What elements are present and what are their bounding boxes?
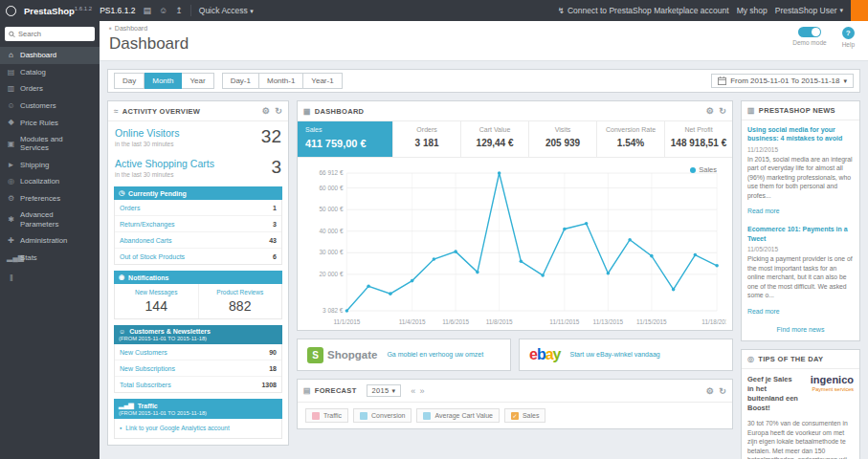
gear-icon[interactable]: ⚙ (706, 386, 714, 396)
ebay-link[interactable]: Start uw eBay-winkel vandaag (570, 350, 660, 359)
customers-row-new-subscriptions[interactable]: New Subscriptions18 (115, 361, 281, 377)
kpi-orders[interactable]: Orders3 181 (393, 121, 461, 157)
news-body: In 2015, social media are an integral pa… (747, 155, 854, 201)
user-icon[interactable]: ☺ (159, 6, 167, 15)
svg-text:11/11/2015: 11/11/2015 (549, 318, 579, 325)
forecast-legend-conversion[interactable]: Conversion (353, 408, 412, 423)
tips-icon: ◎ (747, 355, 754, 363)
online-visitors-row[interactable]: Online Visitors in the last 30 minutes 3… (108, 121, 288, 152)
svg-text:11/13/2015: 11/13/2015 (593, 318, 624, 325)
notifications-title: Notifications (128, 274, 168, 281)
forecast-year-select[interactable]: 2015▾ (367, 384, 402, 397)
kpi-sales[interactable]: Sales411 759,00 € (298, 121, 393, 157)
refresh-icon[interactable]: ↻ (275, 106, 282, 116)
new-messages-cell[interactable]: New Messages144 (115, 284, 198, 318)
sidebar-item-advanced-parameters[interactable]: ✱Advanced Parameters (0, 207, 100, 232)
active-carts-row[interactable]: Active Shopping Carts in the last 30 min… (108, 152, 288, 183)
news-title-link[interactable]: Using social media for your business: 4 … (747, 125, 854, 143)
avatar[interactable] (851, 0, 868, 21)
quick-access-menu[interactable]: Quick Access ▾ (199, 6, 254, 15)
upgrade-icon[interactable]: ↥ (175, 6, 183, 15)
sales-chart-area: Sales 66 912 €60 000 €50 000 €40 000 €30… (298, 158, 732, 330)
sidebar: ⌂Dashboard ▤Catalog ▥Orders ☺Customers ◆… (0, 21, 100, 459)
prestashop-logo[interactable]: PrestaShop1.6.1.2 (24, 6, 92, 16)
news-title-link[interactable]: Ecommerce 101: Payments in a Tweet (747, 225, 854, 243)
sidebar-item-catalog[interactable]: ▤Catalog (0, 64, 100, 81)
pending-row-abandoned-carts[interactable]: Abandoned Carts43 (115, 232, 281, 249)
marketplace-link[interactable]: ↯Connect to PrestaShop Marketplace accou… (558, 6, 729, 15)
pending-row-returns[interactable]: Return/Exchanges3 (115, 216, 281, 232)
sidebar-item-modules[interactable]: ▣Modules and Services (0, 131, 100, 157)
demo-mode-toggle[interactable] (798, 27, 821, 37)
kpi-net-profit[interactable]: Net Profit148 918,51 € (665, 121, 732, 157)
tips-panel-title: TIPS OF THE DAY (758, 355, 823, 363)
orders-icon: ▥ (7, 84, 15, 94)
search-icon (9, 31, 15, 38)
sidebar-item-dashboard[interactable]: ⌂Dashboard (0, 47, 100, 64)
svg-text:66 912 €: 66 912 € (320, 169, 344, 176)
shopgate-link[interactable]: Ga mobiel en verhoog uw omzet (387, 350, 483, 359)
product-reviews-cell[interactable]: Product Reviews882 (198, 284, 282, 318)
breadcrumb[interactable]: ▪Dashboard (109, 24, 858, 33)
user-menu[interactable]: PrestaShop User ▾ (775, 6, 843, 15)
day-minus-1-button[interactable]: Day-1 (222, 73, 259, 89)
kpi-row: Sales411 759,00 € Orders3 181 Cart Value… (298, 121, 732, 158)
sidebar-item-customers[interactable]: ☺Customers (0, 98, 100, 115)
online-visitors-value: 32 (261, 127, 281, 145)
chart-legend: Sales (690, 165, 717, 174)
pending-row-orders[interactable]: Orders1 (115, 200, 281, 216)
news-panel-title: PRESTASHOP NEWS (759, 106, 835, 115)
sidebar-item-preferences[interactable]: ⚙Preferences (0, 190, 100, 208)
sidebar-item-shipping[interactable]: ►Shipping (0, 157, 100, 174)
forecast-legend-average-cart-value[interactable]: Average Cart Value (416, 408, 499, 423)
month-minus-1-button[interactable]: Month-1 (259, 73, 303, 89)
prev-icon[interactable]: « (411, 386, 415, 396)
help-control: ? Help (842, 27, 855, 48)
sidebar-item-label: Shipping (20, 161, 49, 169)
year-minus-1-button[interactable]: Year-1 (303, 73, 342, 89)
legend-dot-icon (690, 167, 696, 173)
sidebar-item-stats[interactable]: ▂▄▆Stats (0, 250, 100, 267)
read-more-link[interactable]: Read more (747, 208, 780, 214)
range-button-group: Day Month Year (114, 73, 214, 89)
help-icon[interactable]: ? (842, 27, 855, 39)
filter-bar: Day Month Year Day-1 Month-1 Year-1 From… (107, 69, 860, 93)
kpi-visits[interactable]: Visits205 939 (529, 121, 597, 157)
kpi-conversion-rate[interactable]: Conversion Rate1.54% (597, 121, 665, 157)
sidebar-item-label: Orders (20, 84, 43, 93)
help-label: Help (842, 41, 855, 48)
date-range-picker[interactable]: From 2015-11-01 To 2015-11-18 ▾ (711, 74, 854, 88)
sidebar-item-label: Localization (20, 177, 59, 186)
cart-icon[interactable]: ▤ (144, 6, 152, 15)
search-input[interactable] (18, 30, 91, 38)
find-more-news-link[interactable]: Find more news (742, 320, 859, 340)
month-button[interactable]: Month (145, 73, 182, 89)
day-button[interactable]: Day (114, 73, 145, 89)
customers-row-new-customers[interactable]: New Customers90 (115, 344, 281, 361)
year-button[interactable]: Year (182, 73, 213, 89)
read-more-link[interactable]: Read more (747, 308, 780, 315)
sidebar-item-label: Stats (20, 253, 37, 262)
gear-icon[interactable]: ⚙ (706, 106, 714, 116)
google-analytics-link[interactable]: ▪ Link to your Google Analytics account (114, 419, 282, 439)
refresh-icon[interactable]: ↻ (719, 386, 726, 396)
next-icon[interactable]: » (420, 386, 425, 396)
collapse-sidebar-button[interactable]: ‖ (0, 266, 100, 291)
sidebar-item-localization[interactable]: ◎Localization (0, 173, 100, 190)
activity-icon: ≈ (114, 107, 119, 116)
sidebar-item-administration[interactable]: ✚Administration (0, 232, 100, 250)
forecast-legend-sales[interactable]: ✓Sales (504, 408, 546, 423)
conversion-checkbox (360, 412, 367, 420)
refresh-icon[interactable]: ↻ (719, 106, 726, 116)
news-item: Ecommerce 101: Payments in a Tweet 11/05… (742, 220, 859, 319)
forecast-legend-traffic[interactable]: Traffic (305, 408, 348, 423)
kpi-cart-value[interactable]: Cart Value129,44 € (461, 121, 529, 157)
pending-row-out-of-stock[interactable]: Out of Stock Products6 (115, 249, 281, 264)
my-shop-link[interactable]: My shop (737, 6, 768, 15)
sidebar-item-price-rules[interactable]: ◆Price Rules (0, 114, 100, 131)
tips-heading: Geef je Sales in het buitenland een Boos… (747, 375, 800, 414)
sidebar-item-orders[interactable]: ▥Orders (0, 80, 100, 98)
shop-name[interactable]: PS1.6.1.2 (100, 6, 135, 15)
customers-row-total-subscribers[interactable]: Total Subscribers1308 (115, 377, 281, 392)
gear-icon[interactable]: ⚙ (262, 106, 270, 116)
